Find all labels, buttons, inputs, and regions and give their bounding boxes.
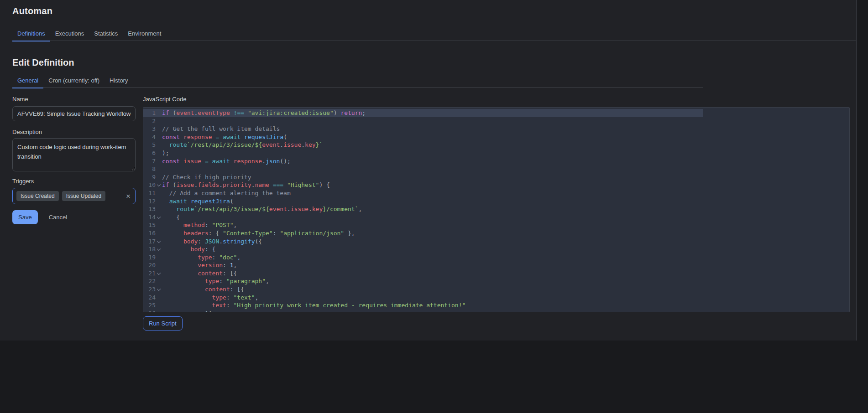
code-text <box>162 117 849 125</box>
code-text: content: [{ <box>162 285 849 294</box>
line-number: 5 <box>146 141 156 149</box>
line-number: 23 <box>146 285 156 294</box>
code-line: 9// Check if high priority <box>143 173 849 181</box>
line-number: 17 <box>146 237 156 246</box>
code-line: 2 <box>143 117 849 125</box>
fold-gutter <box>156 197 162 206</box>
subtab-cron-currently-off[interactable]: Cron (currently: off) <box>43 74 105 88</box>
tab-definitions[interactable]: Definitions <box>12 27 50 41</box>
line-number: 18 <box>146 245 156 253</box>
code-text: body: JSON.stringify({ <box>162 237 849 246</box>
code-line: 11 // Add a comment alerting the team <box>143 189 849 197</box>
code-text: }] <box>162 310 849 312</box>
code-line: 6); <box>143 149 849 157</box>
fold-gutter <box>156 301 162 310</box>
line-number: 14 <box>146 213 156 222</box>
code-line: 20 version: 1, <box>143 261 849 269</box>
code-line: 4const response = await requestJira( <box>143 133 849 141</box>
fold-chevron-down-icon[interactable] <box>156 285 162 294</box>
code-line: 14 { <box>143 213 849 222</box>
code-line: 17 body: JSON.stringify({ <box>143 237 849 246</box>
code-line: 8 <box>143 165 849 173</box>
line-number: 15 <box>146 221 156 229</box>
code-line: 12 await requestJira( <box>143 197 849 206</box>
fold-chevron-down-icon[interactable] <box>156 269 162 278</box>
fold-gutter <box>156 253 162 262</box>
save-button[interactable]: Save <box>12 210 38 224</box>
tab-statistics[interactable]: Statistics <box>89 27 123 41</box>
code-text: // Get the full work item details <box>162 125 849 133</box>
code-line: 23 content: [{ <box>143 285 849 294</box>
line-number: 26 <box>146 310 156 312</box>
code-line: 26 }] <box>143 310 849 312</box>
code-line: 3// Get the full work item details <box>143 125 849 133</box>
trigger-chip[interactable]: Issue Created <box>16 191 59 201</box>
code-line: 22 type: "paragraph", <box>143 277 849 285</box>
code-text: version: 1, <box>162 261 849 269</box>
tab-executions[interactable]: Executions <box>50 27 89 41</box>
code-line: 18 body: { <box>143 245 849 253</box>
fold-gutter <box>156 133 162 141</box>
description-label: Description <box>12 129 42 135</box>
fold-gutter <box>156 125 162 133</box>
fold-gutter <box>156 173 162 181</box>
clear-triggers-icon[interactable]: × <box>126 192 131 200</box>
fold-chevron-down-icon[interactable] <box>156 181 162 189</box>
code-text: body: { <box>162 245 849 253</box>
code-text: type: "paragraph", <box>162 277 849 285</box>
code-editor[interactable]: 1if (event.eventType !== "avi:jira:creat… <box>143 107 850 312</box>
line-number: 21 <box>146 269 156 278</box>
subtab-general[interactable]: General <box>12 74 43 88</box>
fold-gutter <box>156 229 162 237</box>
fold-chevron-down-icon[interactable] <box>156 213 162 222</box>
line-number: 24 <box>146 294 156 302</box>
code-text: if (event.eventType !== "avi:jira:create… <box>162 109 849 117</box>
name-label: Name <box>12 96 28 103</box>
line-number: 11 <box>146 189 156 197</box>
code-text: // Check if high priority <box>162 173 849 181</box>
fold-gutter <box>156 261 162 269</box>
code-text: text: "High priority work item created -… <box>162 301 849 310</box>
cancel-button[interactable]: Cancel <box>49 214 67 221</box>
line-number: 2 <box>146 117 156 125</box>
line-number: 7 <box>146 157 156 165</box>
name-input[interactable] <box>12 106 136 121</box>
triggers-select[interactable]: Issue CreatedIssue Updated × <box>12 188 136 204</box>
code-line: 16 headers: { "Content-Type": "applicati… <box>143 229 849 237</box>
code-text: route`/rest/api/3/issue/${event.issue.ke… <box>162 141 849 149</box>
line-number: 10 <box>146 181 156 189</box>
fold-gutter <box>156 294 162 302</box>
run-script-button[interactable]: Run Script <box>143 316 183 330</box>
code-text: const response = await requestJira( <box>162 133 849 141</box>
fold-chevron-down-icon[interactable] <box>156 237 162 246</box>
page-title: Edit Definition <box>12 57 74 68</box>
fold-gutter <box>156 205 162 213</box>
fold-gutter <box>156 157 162 165</box>
fold-gutter <box>156 189 162 197</box>
code-line: 5 route`/rest/api/3/issue/${event.issue.… <box>143 141 849 149</box>
line-number: 3 <box>146 125 156 133</box>
code-text: method: "POST", <box>162 221 849 229</box>
line-number: 8 <box>146 165 156 173</box>
line-number: 25 <box>146 301 156 310</box>
code-text: type: "doc", <box>162 253 849 262</box>
fold-gutter <box>156 149 162 157</box>
subtab-history[interactable]: History <box>105 74 133 88</box>
code-text: { <box>162 213 849 222</box>
trigger-chip[interactable]: Issue Updated <box>62 191 105 201</box>
fold-gutter <box>156 277 162 285</box>
form-actions: Save Cancel <box>12 210 67 224</box>
line-number: 6 <box>146 149 156 157</box>
javascript-code-label: JavaScript Code <box>143 96 186 103</box>
tab-environment[interactable]: Environment <box>123 27 166 41</box>
code-text: type: "text", <box>162 294 849 302</box>
line-number: 13 <box>146 205 156 213</box>
code-line: 7const issue = await response.json(); <box>143 157 849 165</box>
description-textarea[interactable]: Custom code logic used during work-item … <box>12 138 136 171</box>
page-background: { "app": { "title": "Automan" }, "main_t… <box>0 0 868 413</box>
code-text: route`/rest/api/3/issue/${event.issue.ke… <box>162 205 849 213</box>
fold-gutter <box>156 109 162 117</box>
code-text: const issue = await response.json(); <box>162 157 849 165</box>
code-line: 19 type: "doc", <box>143 253 849 262</box>
fold-chevron-down-icon[interactable] <box>156 245 162 253</box>
